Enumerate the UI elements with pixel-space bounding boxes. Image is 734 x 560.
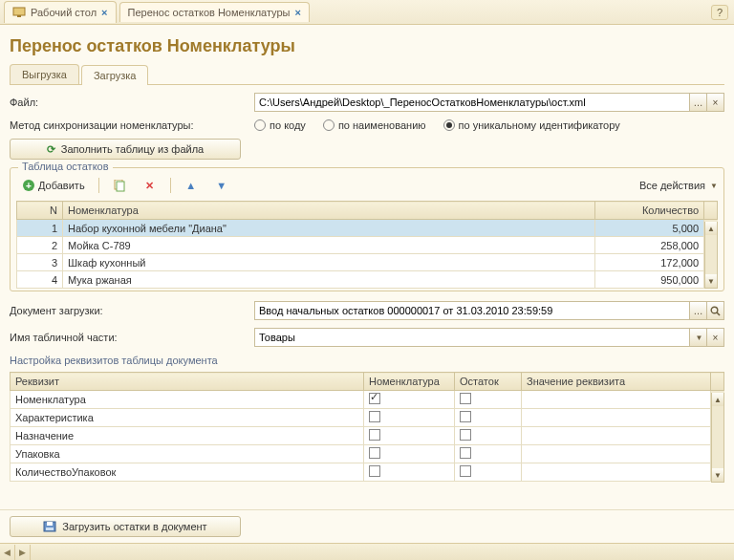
- cell-ost-chk[interactable]: [455, 391, 522, 409]
- add-row-label: Добавить: [38, 180, 85, 191]
- cell-n: 2: [17, 237, 63, 254]
- table-row[interactable]: 2 Мойка С-789 258,000: [17, 237, 718, 254]
- tabpart-input[interactable]: [255, 329, 689, 346]
- delete-row-button[interactable]: ✕: [137, 176, 163, 195]
- table-row[interactable]: 1 Набор кухонной мебели "Диана" 5,000: [17, 220, 718, 237]
- radio-by-code[interactable]: по коду: [254, 119, 306, 131]
- doc-input[interactable]: [255, 302, 689, 319]
- table-row[interactable]: Характеристика: [11, 409, 724, 427]
- checkbox-icon: [460, 465, 471, 477]
- table-row[interactable]: 3 Шкаф кухонный 172,000: [17, 254, 718, 271]
- tabpart-input-wrap: ▼ ×: [254, 328, 724, 347]
- cell-ost-chk[interactable]: [455, 409, 522, 427]
- table-row[interactable]: 4 Мука ржаная 950,000: [17, 271, 718, 289]
- cell-ost-chk[interactable]: [455, 463, 522, 482]
- cell-ost-chk[interactable]: [455, 445, 522, 463]
- refresh-icon: ⟳: [47, 143, 55, 156]
- file-input[interactable]: [255, 94, 689, 111]
- tab-desktop[interactable]: Рабочий стол ×: [4, 1, 117, 23]
- scroll-down-icon[interactable]: ▼: [705, 274, 717, 288]
- help-button[interactable]: ?: [711, 5, 728, 20]
- table-row[interactable]: КоличествоУпаковок: [11, 463, 724, 482]
- svg-rect-0: [13, 8, 25, 15]
- arrow-up-icon: ▲: [184, 179, 198, 192]
- copy-row-button[interactable]: [106, 176, 133, 195]
- col-qty[interactable]: Количество: [595, 202, 704, 220]
- move-up-button[interactable]: ▲: [178, 176, 205, 195]
- balances-group-title: Таблица остатков: [18, 161, 113, 172]
- move-down-button[interactable]: ▼: [208, 176, 235, 195]
- col-nomen-chk[interactable]: Номенклатура: [364, 373, 455, 391]
- load-button[interactable]: Загрузить остатки в документ: [10, 516, 241, 537]
- file-browse-button[interactable]: …: [689, 94, 706, 111]
- cell-n: 4: [17, 271, 63, 289]
- radio-by-uid[interactable]: по уникальному идентификатору: [443, 119, 620, 131]
- balances-toolbar: + Добавить ✕ ▲ ▼ Все действия ▼: [16, 174, 718, 201]
- svg-rect-3: [117, 182, 124, 191]
- nav-next-button[interactable]: ▶: [15, 545, 31, 560]
- cell-req: КоличествоУпаковок: [11, 463, 364, 482]
- load-button-label: Загрузить остатки в документ: [62, 521, 206, 532]
- cell-val: [522, 463, 711, 482]
- scroll-header: [704, 202, 718, 220]
- col-val[interactable]: Значение реквизита: [522, 373, 711, 391]
- file-clear-button[interactable]: ×: [706, 94, 723, 111]
- tabpart-dropdown-button[interactable]: ▼: [689, 329, 706, 346]
- add-row-button[interactable]: + Добавить: [16, 177, 92, 194]
- scroll-up-icon[interactable]: ▲: [705, 222, 717, 235]
- arrow-down-icon: ▼: [215, 179, 228, 192]
- cell-qty: 5,000: [595, 220, 704, 237]
- col-nomen[interactable]: Номенклатура: [63, 202, 595, 220]
- svg-rect-1: [17, 15, 21, 17]
- window-tabs: Рабочий стол × Перенос остатков Номенкла…: [0, 0, 734, 25]
- sync-label: Метод синхронизации номенклатуры:: [10, 119, 248, 131]
- radio-by-name[interactable]: по наименованию: [323, 119, 426, 131]
- cell-nomen-chk[interactable]: [364, 409, 455, 427]
- attr-scrollbar[interactable]: ▲ ▼: [711, 393, 724, 483]
- balances-group: Таблица остатков + Добавить ✕ ▲ ▼ Все де…: [10, 167, 724, 291]
- status-bar: ◀ ▶: [0, 543, 734, 560]
- svg-rect-8: [46, 528, 54, 530]
- tab-current[interactable]: Перенос остатков Номенклатуры ×: [119, 2, 310, 22]
- all-actions-button[interactable]: Все действия ▼: [639, 180, 718, 191]
- attr-section-title: Настройка реквизитов таблицы документа: [10, 355, 724, 366]
- doc-label: Документ загрузки:: [10, 305, 248, 316]
- cell-nomen: Мука ржаная: [63, 271, 595, 289]
- cell-nomen-chk[interactable]: [364, 445, 455, 463]
- table-row[interactable]: Номенклатура: [11, 391, 724, 409]
- svg-line-5: [717, 312, 720, 315]
- balances-table-wrap: N Номенклатура Количество 1 Набор кухонн…: [16, 201, 718, 289]
- fill-table-button[interactable]: ⟳ Заполнить таблицу из файла: [10, 139, 241, 160]
- balances-scrollbar[interactable]: ▲ ▼: [704, 222, 718, 289]
- col-n[interactable]: N: [17, 202, 63, 220]
- cell-nomen-chk[interactable]: [364, 427, 455, 445]
- nav-prev-button[interactable]: ◀: [0, 545, 15, 560]
- cell-qty: 258,000: [595, 237, 704, 254]
- cell-nomen-chk[interactable]: [364, 391, 455, 409]
- scroll-up-icon[interactable]: ▲: [712, 393, 723, 406]
- desktop-icon: [12, 6, 26, 19]
- svg-point-4: [711, 307, 718, 313]
- table-row[interactable]: Упаковка: [11, 445, 724, 463]
- table-row[interactable]: Назначение: [11, 427, 724, 445]
- close-icon[interactable]: ×: [295, 7, 301, 18]
- cell-val: [522, 445, 711, 463]
- doc-select-button[interactable]: …: [689, 302, 706, 319]
- tabpart-clear-button[interactable]: ×: [706, 329, 723, 346]
- cell-ost-chk[interactable]: [455, 427, 522, 445]
- col-req[interactable]: Реквизит: [11, 373, 364, 391]
- tab-export[interactable]: Выгрузка: [10, 64, 79, 84]
- cell-qty: 172,000: [595, 254, 704, 271]
- cell-nomen-chk[interactable]: [364, 463, 455, 482]
- doc-open-button[interactable]: [706, 302, 723, 319]
- col-ost-chk[interactable]: Остаток: [455, 373, 522, 391]
- tab-current-label: Перенос остатков Номенклатуры: [128, 7, 291, 18]
- tab-import[interactable]: Загрузка: [81, 65, 148, 85]
- cell-val: [522, 391, 711, 409]
- scroll-down-icon[interactable]: ▼: [712, 468, 723, 482]
- close-icon[interactable]: ×: [101, 7, 107, 18]
- tabpart-label: Имя табличной части:: [10, 332, 248, 343]
- tab-desktop-label: Рабочий стол: [31, 7, 97, 18]
- cell-req: Номенклатура: [11, 391, 364, 409]
- sync-radios: по коду по наименованию по уникальному и…: [254, 119, 620, 131]
